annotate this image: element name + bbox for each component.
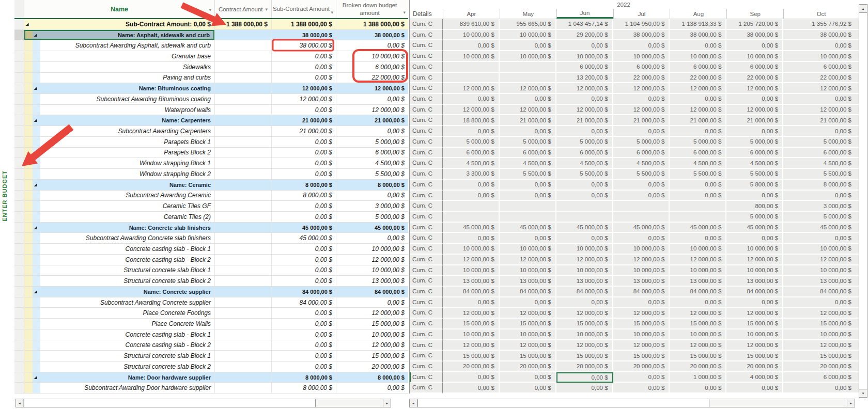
grid-row-right[interactable]: Cum. C13 200,00 $22 000,00 $22 000,00 $2… [410,73,859,84]
grid-row[interactable]: Subcontract Awarding Ceramic8 000,00 $0,… [14,191,408,201]
grid-row-right[interactable]: Cum. C839 610,00 $955 665,00 $1 043 457,… [410,19,859,30]
month-value-cell[interactable]: 12 000,00 $ [670,83,726,94]
contract-amount-cell[interactable] [214,340,271,351]
grid-row-right[interactable]: Cum. C84 000,00 $84 000,00 $84 000,00 $8… [410,287,859,297]
month-value-cell[interactable]: 12 000,00 $ [443,308,500,319]
month-value-cell[interactable]: 12 000,00 $ [556,255,613,265]
month-value-cell[interactable]: 5 000,00 $ [613,137,670,148]
month-value-cell[interactable]: 45 000,00 $ [443,223,500,233]
row-header-cell[interactable] [14,94,24,104]
month-value-cell[interactable]: 10 000,00 $ [613,265,670,276]
broken-budget-cell[interactable]: 6 000,00 $ [336,148,408,158]
month-value-cell[interactable]: 5 000,00 $ [443,137,500,148]
month-value-cell[interactable]: 21 000,00 $ [500,115,556,126]
month-value-cell[interactable]: 15 000,00 $ [556,319,613,329]
grid-row[interactable]: ◢Name: Concrete supplier84 000,00 $84 00… [14,287,408,297]
name-cell[interactable]: Concrete casting slab - Block 2 [40,340,214,351]
contract-amount-cell[interactable] [214,158,271,168]
month-value-cell[interactable]: 38 000,00 $ [613,30,670,41]
month-value-cell[interactable]: 0,00 $ [783,297,859,308]
month-value-cell[interactable]: 1 138 913,33 $ [670,19,726,30]
row-header-cell[interactable] [14,287,24,297]
contract-amount-cell[interactable] [214,137,271,147]
subcontract-amount-cell[interactable]: 0,00 $ [271,351,336,361]
month-value-cell[interactable]: 20 000,00 $ [443,361,500,372]
row-header-cell[interactable] [14,233,24,243]
month-value-cell[interactable]: 15 000,00 $ [500,351,556,361]
grid-row-right[interactable]: Cum. C0,00 $0,00 $0,00 $0,00 $0,00 $0,00… [410,94,859,105]
grid-row[interactable]: ◢Name: Ceramic8 000,00 $8 000,00 $ [14,180,408,191]
name-cell[interactable]: Ceramic Tiles GF [40,201,214,211]
month-value-cell[interactable]: 1 355 776,92 $ [783,19,859,30]
broken-budget-cell[interactable]: 0,00 $ [336,383,408,393]
row-header-cell[interactable] [14,73,24,83]
subcontract-amount-cell[interactable]: 0,00 $ [271,62,336,72]
month-value-cell[interactable]: 13 000,00 $ [556,276,613,287]
details-cell[interactable]: Cum. C [410,105,443,116]
contract-amount-cell[interactable] [214,94,271,104]
name-cell[interactable]: ◢Name: Ceramic [33,180,214,190]
month-value-cell[interactable]: 5 000,00 $ [500,137,556,148]
month-value-cell[interactable]: 12 000,00 $ [613,83,670,94]
grid-row-right[interactable]: Cum. C3 300,00 $5 500,00 $5 500,00 $5 50… [410,169,859,180]
name-cell[interactable]: ◢Name: Carpenters [33,115,214,125]
month-value-cell[interactable]: 0,00 $ [670,191,726,201]
details-cell[interactable]: Cum. C [410,329,443,340]
row-header-cell[interactable] [14,180,24,190]
month-value-cell[interactable]: 12 000,00 $ [726,105,783,116]
month-value-cell[interactable]: 0,00 $ [613,233,670,244]
month-value-cell[interactable]: 13 000,00 $ [443,276,500,287]
grid-row-right[interactable]: Cum. C0,00 $0,00 $0,00 $0,00 $1 000,00 $… [410,372,859,383]
details-cell[interactable]: Cum. C [410,169,443,180]
month-value-cell[interactable]: 6 000,00 $ [613,148,670,159]
details-cell[interactable]: Cum. C [410,73,443,84]
month-value-cell[interactable]: 12 000,00 $ [443,340,500,351]
details-cell[interactable]: Cum. C [410,340,443,351]
details-cell[interactable]: Cum. C [410,308,443,319]
grid-row[interactable]: ◢Name: Asphalt, sidewalk and curb38 000,… [14,30,408,41]
row-header-cell[interactable] [14,105,24,115]
month-value-cell[interactable]: 22 000,00 $ [783,73,859,84]
month-value-cell[interactable]: 12 000,00 $ [443,105,500,116]
contract-amount-cell[interactable] [214,329,271,340]
month-value-cell[interactable]: 0,00 $ [613,40,670,51]
details-cell[interactable]: Cum. C [410,126,443,137]
grid-row[interactable]: ◢Sub-Contract Amount: 0,00 $1 388 000,00… [14,19,408,30]
month-value-cell[interactable]: 15 000,00 $ [670,351,726,361]
month-value-cell[interactable]: 84 000,00 $ [500,287,556,297]
grid-row[interactable]: Parapets Block 20,00 $6 000,00 $ [14,148,408,159]
details-cell[interactable]: Cum. C [410,158,443,169]
subcontract-amount-cell[interactable]: 0,00 $ [271,319,336,329]
month-value-cell[interactable]: 6 000,00 $ [726,62,783,73]
month-value-cell[interactable]: 1 043 457,14 $ [556,19,613,30]
details-cell[interactable]: Cum. C [410,19,443,30]
month-value-cell[interactable]: 45 000,00 $ [726,223,783,233]
name-cell[interactable]: Subcontract Awarding Door hardware suppl… [40,383,214,393]
month-value-cell[interactable]: 0,00 $ [613,297,670,308]
broken-budget-cell[interactable]: 12 000,00 $ [336,340,408,351]
month-value-cell[interactable]: 0,00 $ [726,191,783,201]
month-value-cell[interactable]: 0,00 $ [556,383,613,394]
scroll-right-icon[interactable]: ▸ [847,399,855,407]
broken-budget-cell[interactable]: 21 000,00 $ [336,115,408,125]
month-value-cell[interactable]: 22 000,00 $ [670,73,726,84]
month-value-cell[interactable]: 10 000,00 $ [500,30,556,41]
grid-row[interactable]: Ceramic Tiles (2)0,00 $5 000,00 $ [14,212,408,223]
row-header-cell[interactable] [14,30,24,40]
month-value-cell[interactable]: 45 000,00 $ [613,223,670,233]
row-header-cell[interactable] [14,351,24,361]
month-value-cell[interactable]: 15 000,00 $ [500,319,556,329]
month-value-cell[interactable] [613,201,670,212]
broken-budget-cell[interactable]: 5 500,00 $ [336,169,408,179]
chevron-down-icon[interactable]: ▾ [209,7,211,12]
grid-row[interactable]: Subcontract Awarding Door hardware suppl… [14,383,408,394]
month-value-cell[interactable]: 10 000,00 $ [670,51,726,62]
grid-row[interactable]: Window strapping Block 20,00 $5 500,00 $ [14,169,408,180]
month-value-cell[interactable]: 4 000,00 $ [726,372,783,383]
grid-row[interactable]: ◢Name: Bituminous coating12 000,00 $12 0… [14,83,408,94]
month-value-cell[interactable]: 12 000,00 $ [613,255,670,265]
expand-icon[interactable]: ◢ [34,86,40,90]
name-cell[interactable]: ◢Name: Concrete supplier [33,287,214,297]
grid-row[interactable]: Concrete casting slab - Block 20,00 $12 … [14,340,408,351]
contract-amount-cell[interactable] [214,30,271,40]
